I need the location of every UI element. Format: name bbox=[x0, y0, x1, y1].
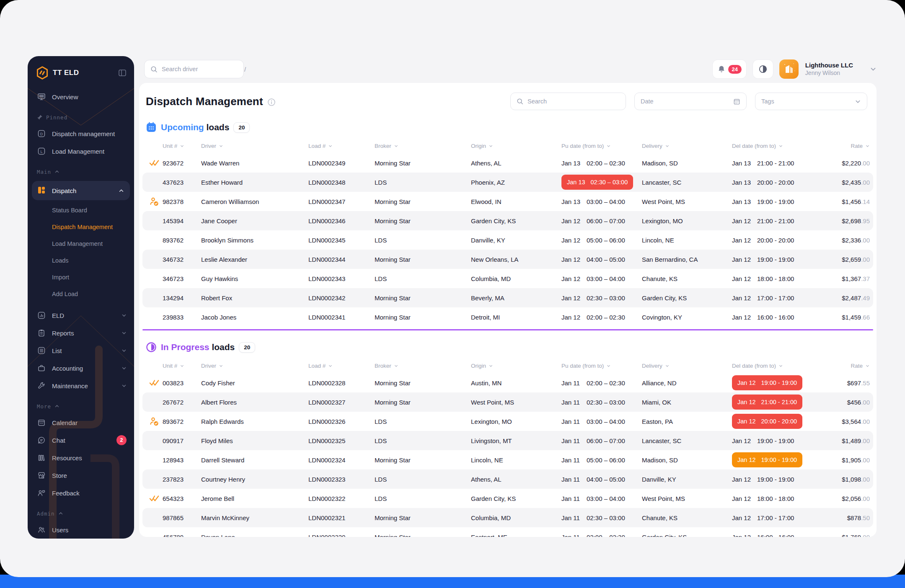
table-search-input[interactable] bbox=[527, 98, 620, 105]
delivery-location: Alliance, ND bbox=[642, 379, 732, 387]
date-filter-input[interactable] bbox=[641, 98, 729, 105]
sidebar-item-users[interactable]: Users bbox=[28, 521, 134, 539]
chevron-down-icon[interactable] bbox=[870, 66, 877, 72]
table-row[interactable]: 239833Jacob JonesLDN0002341Morning StarD… bbox=[142, 307, 873, 327]
sidebar-item-load-management-pinned[interactable]: L Load Management bbox=[28, 142, 134, 160]
sidebar-item-store[interactable]: Store bbox=[28, 467, 134, 484]
table-row[interactable]: 003823Cody FisherLDN0002328Morning StarA… bbox=[142, 373, 873, 392]
table-row[interactable]: 145394Jane CooperLDN0002346Morning StarG… bbox=[142, 211, 873, 230]
origin: Elwood, IN bbox=[471, 198, 561, 205]
column-header-delivery[interactable]: Delivery bbox=[642, 363, 732, 369]
sidebar-subitem-loads[interactable]: Loads bbox=[28, 252, 134, 269]
column-header-origin[interactable]: Origin bbox=[471, 143, 561, 149]
column-header-pu-date-from-to[interactable]: Pu date (from to) bbox=[561, 143, 642, 149]
section-title: Upcoming loads bbox=[161, 122, 229, 132]
table-row[interactable]: 437623Esther HowardLDN0002348LDSPhoenix,… bbox=[142, 173, 873, 192]
rate: $1,489.00 bbox=[820, 437, 870, 444]
account-info[interactable]: Lighthouse LLC Jenny Wilson bbox=[805, 62, 853, 77]
sidebar-subitem-add-load[interactable]: Add Load bbox=[28, 286, 134, 302]
delivery-location: Madison, SD bbox=[642, 456, 732, 464]
sort-chevron-icon bbox=[180, 364, 184, 368]
sidebar-item-feedback[interactable]: Feedback bbox=[28, 484, 134, 502]
column-header-broker[interactable]: Broker bbox=[375, 363, 471, 369]
load-number: LDN0002325 bbox=[308, 437, 375, 444]
sidebar-subitem-status-board[interactable]: Status Board bbox=[28, 202, 134, 219]
column-header-unit[interactable]: Unit # bbox=[163, 363, 201, 369]
load-number: LDN0002343 bbox=[308, 275, 375, 282]
column-header-rate[interactable]: Rate bbox=[820, 363, 870, 369]
section-label-admin[interactable]: Admin bbox=[28, 506, 134, 521]
info-icon[interactable] bbox=[267, 98, 276, 106]
table-row[interactable]: 346723Guy HawkinsLDN0002343LDSColumbia, … bbox=[142, 269, 873, 288]
table-row[interactable]: 267672Albert FloresLDN0002327Morning Sta… bbox=[142, 392, 873, 412]
table-row[interactable]: 237823Courtney HenryLDN0002323LDSAthens,… bbox=[142, 469, 873, 489]
column-header-load[interactable]: Load # bbox=[308, 143, 375, 149]
sidebar-item-label: Chat bbox=[52, 437, 65, 444]
sidebar-item-dispatch-management-pinned[interactable]: D Dispatch management bbox=[28, 125, 134, 142]
table-row[interactable]: 893762Brooklyn SimmonsLDN0002345LDSDanvi… bbox=[142, 230, 873, 250]
column-header-del-date-from-to[interactable]: Del date (from to) bbox=[732, 143, 820, 149]
column-header-broker[interactable]: Broker bbox=[375, 143, 471, 149]
in-progress-loads-section: In Progress loads20Unit #DriverLoad #Bro… bbox=[142, 340, 873, 537]
origin: Phoenix, AZ bbox=[471, 179, 561, 186]
sidebar-group-dispatch[interactable]: Dispatch bbox=[32, 181, 130, 200]
date-filter[interactable] bbox=[634, 93, 747, 110]
sidebar-item-accounting[interactable]: Accounting bbox=[28, 359, 134, 377]
company-avatar[interactable] bbox=[779, 59, 799, 79]
sort-chevron-icon bbox=[865, 144, 870, 148]
column-header-rate[interactable]: Rate bbox=[820, 143, 870, 149]
column-header-unit[interactable]: Unit # bbox=[163, 143, 201, 149]
tags-filter[interactable] bbox=[755, 93, 867, 110]
sidebar-item-list[interactable]: List bbox=[28, 342, 134, 359]
pickup-date: Jan 1202:00 – 02:30 bbox=[561, 314, 642, 321]
sidebar-subitem-import[interactable]: Import bbox=[28, 269, 134, 286]
table-row[interactable]: 893672Ralph EdwardsLDN0002326LDSLexingto… bbox=[142, 412, 873, 431]
table-row[interactable]: 987865Marvin McKinneyLDN0002321Morning S… bbox=[142, 508, 873, 527]
table-row[interactable]: 134294Robert FoxLDN0002342Morning StarBe… bbox=[142, 288, 873, 307]
origin: Garden City, KS bbox=[471, 495, 561, 502]
section-label-main[interactable]: Main bbox=[28, 164, 134, 179]
table-row[interactable]: 923672Wade WarrenLDN0002349Morning StarA… bbox=[142, 153, 873, 173]
table-row[interactable]: 090917Floyd MilesLDN0002325LDSLivingston… bbox=[142, 431, 873, 450]
table-row[interactable]: 346732Leslie AlexanderLDN0002344Morning … bbox=[142, 250, 873, 269]
driver-name: Guy Hawkins bbox=[201, 275, 308, 282]
delivery-location: Chanute, KS bbox=[642, 514, 732, 521]
column-header-pu-date-from-to[interactable]: Pu date (from to) bbox=[561, 363, 642, 369]
column-header-driver[interactable]: Driver bbox=[201, 143, 308, 149]
sidebar-item-label: Users bbox=[52, 526, 68, 534]
column-header-delivery[interactable]: Delivery bbox=[642, 143, 732, 149]
sidebar-item-label: ELD bbox=[52, 312, 64, 319]
notifications-button[interactable]: 24 bbox=[712, 59, 747, 79]
driver-search[interactable]: / bbox=[144, 60, 244, 78]
table-header-row: Unit #DriverLoad #BrokerOriginPu date (f… bbox=[142, 138, 873, 153]
table-row[interactable]: 654323Jerome BellLDN0002322LDSGarden Cit… bbox=[142, 489, 873, 508]
sidebar-item-resources[interactable]: Resources bbox=[28, 449, 134, 467]
table-row[interactable]: 456789Devon LaneLDN0002320Morning StarEa… bbox=[142, 527, 873, 537]
sidebar-subitem-load-management[interactable]: Load Management bbox=[28, 235, 134, 252]
column-header-del-date-from-to[interactable]: Del date (from to) bbox=[732, 363, 820, 369]
app-logo[interactable]: TT ELD bbox=[36, 66, 79, 80]
list-icon bbox=[37, 346, 46, 355]
delivery-location: Covington, KY bbox=[642, 314, 732, 321]
delivery-date: Jan 1216:00 - 16:00 bbox=[732, 314, 820, 321]
tags-filter-input[interactable] bbox=[761, 98, 851, 105]
table-search[interactable] bbox=[510, 93, 626, 110]
load-count-badge: 20 bbox=[233, 122, 250, 133]
theme-toggle-button[interactable] bbox=[752, 59, 773, 79]
sidebar-item-eld[interactable]: ELD bbox=[28, 307, 134, 324]
sidebar-subitem-dispatch-management[interactable]: Dispatch Management bbox=[28, 219, 134, 235]
sidebar-item-overview[interactable]: Overview bbox=[28, 88, 134, 106]
column-header-origin[interactable]: Origin bbox=[471, 363, 561, 369]
sidebar-item-reports[interactable]: Reports bbox=[28, 324, 134, 342]
sidebar-item-chat[interactable]: Chat 2 bbox=[28, 431, 134, 449]
table-row[interactable]: 982378Cameron WilliamsonLDN0002347Mornin… bbox=[142, 192, 873, 211]
sidebar-item-maintenance[interactable]: Maintenance bbox=[28, 377, 134, 395]
column-header-driver[interactable]: Driver bbox=[201, 363, 308, 369]
pickup-alert-pill: Jan 1302:30 – 03:00 bbox=[561, 175, 633, 190]
column-header-load[interactable]: Load # bbox=[308, 363, 375, 369]
table-row[interactable]: 128943Darrell StewardLDN0002324Morning S… bbox=[142, 450, 873, 469]
sidebar-collapse-icon[interactable] bbox=[118, 69, 127, 77]
driver-search-input[interactable] bbox=[162, 66, 240, 72]
section-label-more[interactable]: More bbox=[28, 399, 134, 414]
sidebar-item-calendar[interactable]: Calendar bbox=[28, 414, 134, 431]
